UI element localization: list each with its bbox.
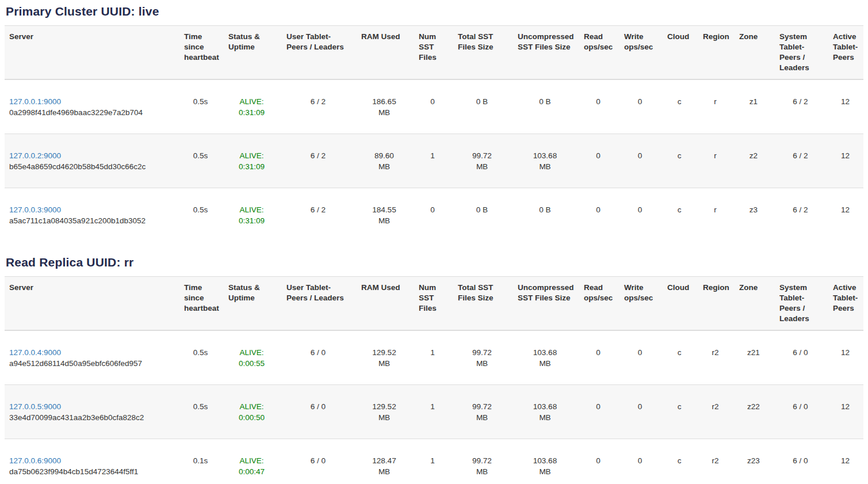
- column-header-system-tablet-peers-leaders: System Tablet-Peers / Leaders: [774, 277, 827, 331]
- cell-value: 0: [596, 204, 601, 215]
- cell-value: 6 / 0: [311, 347, 326, 358]
- column-header-zone: Zone: [733, 277, 774, 331]
- cell-value: 103.68 MB: [530, 150, 560, 172]
- cell-ram-used: 129.52 MB: [355, 330, 413, 385]
- status-label: ALIVE:: [227, 401, 276, 412]
- cell-value: r2: [712, 401, 718, 412]
- cell-value: 0: [638, 150, 643, 161]
- header-row: ServerTime since heartbeatStatus & Uptim…: [5, 26, 863, 80]
- cell-value: z22: [747, 401, 760, 412]
- column-header-total-sst-files-size: Total SST Files Size: [452, 26, 512, 80]
- column-header-region: Region: [697, 277, 733, 331]
- cell-value: 1: [430, 401, 435, 412]
- cell-total-sst-files-size: 99.72 MB: [452, 385, 512, 439]
- server-link[interactable]: 127.0.0.5:9000: [9, 402, 61, 411]
- column-header-ram-used: RAM Used: [355, 26, 413, 80]
- cell-active-tablet-peers: 12: [827, 385, 863, 439]
- cell-cloud: c: [661, 79, 697, 134]
- cell-uncompressed-sst-files-size: 103.68 MB: [512, 134, 578, 188]
- cell-region: r: [697, 188, 733, 242]
- cell-value: 0 B: [476, 96, 488, 107]
- cell-value: 12: [841, 150, 850, 161]
- uptime-value: 0:31:09: [227, 215, 276, 226]
- table-header: ServerTime since heartbeatStatus & Uptim…: [5, 26, 863, 80]
- cell-active-tablet-peers: 12: [827, 79, 863, 134]
- cell-status-uptime: ALIVE:0:31:09: [223, 188, 281, 242]
- cell-write-ops-sec: 0: [618, 134, 661, 188]
- status-label: ALIVE:: [227, 96, 276, 107]
- server-link[interactable]: 127.0.0.2:9000: [9, 151, 61, 160]
- server-link[interactable]: 127.0.0.1:9000: [9, 97, 61, 106]
- column-header-cloud: Cloud: [661, 277, 697, 331]
- cell-read-ops-sec: 0: [578, 330, 618, 385]
- cell-uncompressed-sst-files-size: 103.68 MB: [512, 439, 578, 484]
- column-header-status-uptime: Status & Uptime: [223, 26, 281, 80]
- cell-total-sst-files-size: 0 B: [452, 79, 512, 134]
- column-header-active-tablet-peers: Active Tablet-Peers: [827, 277, 863, 331]
- column-header-user-tablet-peers-leaders: User Tablet-Peers / Leaders: [281, 277, 355, 331]
- cell-time-since-heartbeat: 0.5s: [178, 134, 223, 188]
- cell-value: 0: [638, 204, 643, 215]
- cell-value: z1: [750, 96, 758, 107]
- cell-user-tablet-peers-leaders: 6 / 0: [281, 439, 355, 484]
- server-uuid: b65e4a8659cd4620b58b45dd30c66c2c: [9, 161, 174, 172]
- column-header-uncompressed-sst-files-size: Uncompressed SST Files Size: [512, 26, 578, 80]
- status-label: ALIVE:: [227, 347, 276, 358]
- column-header-region: Region: [697, 26, 733, 80]
- cell-system-tablet-peers-leaders: 6 / 0: [774, 439, 827, 484]
- cell-value: 103.68 MB: [530, 347, 560, 369]
- column-header-server: Server: [5, 26, 178, 80]
- cell-value: 103.68 MB: [530, 455, 560, 477]
- cell-read-ops-sec: 0: [578, 79, 618, 134]
- primary-cluster-title: Primary Cluster UUID: live: [6, 5, 863, 18]
- cell-status-uptime: ALIVE:0:00:47: [223, 439, 281, 484]
- cell-user-tablet-peers-leaders: 6 / 2: [281, 79, 355, 134]
- cell-value: z2: [750, 150, 758, 161]
- column-header-write-ops-sec: Write ops/sec: [618, 26, 661, 80]
- cell-system-tablet-peers-leaders: 6 / 2: [774, 188, 827, 242]
- server-cell: 127.0.0.3:9000a5ac711c1a084035a921c200b1…: [5, 188, 178, 242]
- server-cell: 127.0.0.1:90000a2998f41dfe4969baac3229e7…: [5, 79, 178, 134]
- cell-value: 6 / 0: [793, 347, 808, 358]
- cell-region: r2: [697, 439, 733, 484]
- read-replica-servers-table: ServerTime since heartbeatStatus & Uptim…: [5, 276, 863, 484]
- column-header-cloud: Cloud: [661, 26, 697, 80]
- primary-cluster-servers-table: ServerTime since heartbeatStatus & Uptim…: [5, 25, 863, 242]
- cell-value: 0: [638, 401, 643, 412]
- cell-value: c: [678, 204, 682, 215]
- cell-value: 0: [638, 347, 643, 358]
- cell-value: r2: [712, 455, 718, 466]
- cell-value: 0.5s: [193, 150, 208, 161]
- server-link[interactable]: 127.0.0.4:9000: [9, 348, 61, 357]
- status-label: ALIVE:: [227, 204, 276, 215]
- table-row: 127.0.0.3:9000a5ac711c1a084035a921c200b1…: [5, 188, 863, 242]
- cell-value: 0 B: [476, 204, 488, 215]
- cell-num-sst-files: 1: [413, 134, 452, 188]
- cell-value: 6 / 0: [311, 401, 326, 412]
- server-link[interactable]: 127.0.0.6:9000: [9, 456, 61, 465]
- cell-value: 0: [596, 401, 601, 412]
- cell-region: r: [697, 79, 733, 134]
- cell-write-ops-sec: 0: [618, 385, 661, 439]
- cell-value: 6 / 2: [793, 150, 808, 161]
- cell-uncompressed-sst-files-size: 0 B: [512, 79, 578, 134]
- cell-value: 99.72 MB: [467, 347, 497, 369]
- cell-value: z21: [747, 347, 760, 358]
- cell-time-since-heartbeat: 0.5s: [178, 385, 223, 439]
- cell-time-since-heartbeat: 0.5s: [178, 330, 223, 385]
- server-uuid: 33e4d70099ac431aa2b3e6b0cfa828c2: [9, 412, 174, 423]
- server-link[interactable]: 127.0.0.3:9000: [9, 205, 61, 214]
- table-row: 127.0.0.5:900033e4d70099ac431aa2b3e6b0cf…: [5, 385, 863, 439]
- header-row: ServerTime since heartbeatStatus & Uptim…: [5, 277, 863, 331]
- cell-write-ops-sec: 0: [618, 330, 661, 385]
- cell-value: 99.72 MB: [467, 455, 497, 477]
- column-header-read-ops-sec: Read ops/sec: [578, 26, 618, 80]
- server-uuid: a94e512d68114d50a95ebfc606fed957: [9, 358, 174, 369]
- cell-zone: z3: [733, 188, 774, 242]
- cell-value: 6 / 0: [793, 455, 808, 466]
- cell-value: 6 / 2: [793, 96, 808, 107]
- cell-value: 0: [430, 204, 435, 215]
- cell-value: 129.52 MB: [369, 347, 399, 369]
- column-header-time-since-heartbeat: Time since heartbeat: [178, 277, 223, 331]
- cell-value: r: [714, 204, 717, 215]
